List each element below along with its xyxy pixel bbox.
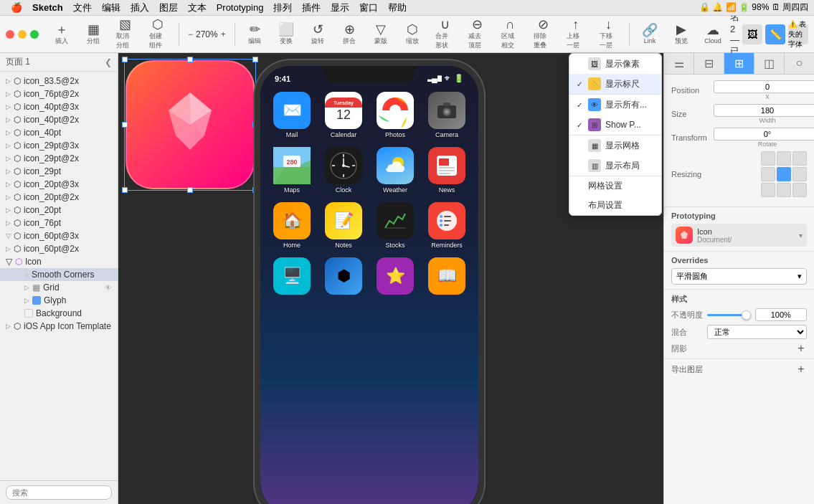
resizing-cell-tr[interactable] bbox=[792, 151, 807, 166]
opacity-slider[interactable] bbox=[707, 314, 751, 316]
sidebar-item-icon40-3[interactable]: ▷ ⬡ icon_40pt@3x bbox=[0, 100, 118, 113]
sidebar-item-icon60-3[interactable]: ▽ ⬡ icon_60pt@3x bbox=[0, 229, 118, 242]
union-button[interactable]: ∪ 合并形状 bbox=[430, 16, 460, 52]
app-reminders[interactable]: Reminders bbox=[424, 202, 470, 249]
app-clock[interactable]: Clock bbox=[321, 147, 366, 194]
menu-file[interactable]: 文件 bbox=[68, 1, 97, 14]
app-books[interactable]: 📖 bbox=[424, 257, 470, 297]
preview-button[interactable]: ▶ 预览 bbox=[667, 22, 696, 47]
cloud-button[interactable]: ☁ Cloud bbox=[699, 22, 727, 46]
opacity-value-input[interactable] bbox=[755, 308, 808, 321]
app-maps[interactable]: 280 Maps bbox=[269, 147, 315, 194]
add-shadow-button[interactable]: + bbox=[795, 343, 807, 354]
menu-text[interactable]: 文本 bbox=[183, 1, 212, 14]
move-up-button[interactable]: ↑ 上移一层 bbox=[561, 16, 591, 52]
app-stocks[interactable]: Stocks bbox=[372, 202, 418, 249]
app-store[interactable]: ⬢ bbox=[321, 257, 366, 297]
group-button[interactable]: ▦ 分组 bbox=[79, 22, 108, 47]
tab-spacing[interactable]: ⊟ bbox=[694, 53, 724, 74]
sidebar-item-icon29[interactable]: ▷ ⬡ icon_29pt bbox=[0, 165, 118, 178]
resizing-cell-bl[interactable] bbox=[761, 183, 775, 197]
ungroup-button[interactable]: ▧ 取消分组 bbox=[110, 16, 141, 52]
sidebar-item-icon76pt[interactable]: ▷ ⬡ icon_76pt bbox=[0, 217, 118, 229]
mask-button[interactable]: ▽ 蒙版 bbox=[366, 22, 395, 47]
sidebar-item-ios-template[interactable]: ▷ ⬡ iOS App Icon Template bbox=[0, 320, 118, 333]
app-menu-sketch[interactable]: Sketch bbox=[27, 2, 68, 13]
sidebar-item-icon20-2[interactable]: ▷ ⬡ icon_20pt@2x bbox=[0, 191, 118, 204]
app-news[interactable]: News bbox=[424, 147, 470, 194]
width-input[interactable] bbox=[714, 104, 814, 117]
resizing-cell-mc[interactable] bbox=[777, 167, 791, 181]
blend-dropdown[interactable]: 正常 bbox=[707, 325, 807, 339]
sidebar-item-icon20-3[interactable]: ▷ ⬡ icon_20pt@3x bbox=[0, 178, 118, 191]
dropdown-item-show-p[interactable]: ✓ ⊞ Show P... bbox=[569, 115, 661, 135]
zoom-value[interactable]: 270% bbox=[196, 29, 218, 39]
large-app-icon[interactable] bbox=[126, 60, 255, 189]
maximize-button[interactable] bbox=[30, 30, 39, 39]
move-down-button[interactable]: ↓ 下移一层 bbox=[594, 16, 624, 52]
scale-button[interactable]: ⬡ 缩放 bbox=[398, 22, 427, 47]
rotate-input[interactable] bbox=[714, 128, 814, 141]
position-x-input[interactable] bbox=[714, 80, 814, 93]
sidebar-item-glyph[interactable]: ▷ Glyph bbox=[0, 294, 118, 307]
menu-insert[interactable]: 插入 bbox=[126, 1, 154, 14]
menu-edit[interactable]: 编辑 bbox=[97, 1, 126, 14]
sidebar-item-smooth-corners[interactable]: ○ Smooth Corners bbox=[0, 268, 118, 281]
resizing-cell-tl[interactable] bbox=[761, 151, 775, 166]
sidebar-item-icon20[interactable]: ▷ ⬡ icon_20pt bbox=[0, 204, 118, 217]
app-starred[interactable]: ⭐ bbox=[372, 257, 418, 297]
app-weather[interactable]: Weather bbox=[372, 147, 418, 194]
prototyping-item[interactable]: Icon Document/ ▾ bbox=[671, 224, 807, 247]
dropdown-item-show-all[interactable]: ✓ 👁 显示所有... bbox=[569, 95, 661, 115]
search-input[interactable] bbox=[6, 485, 112, 500]
dropdown-item-grid[interactable]: ▦ 显示网格 bbox=[569, 135, 661, 156]
sidebar-item-icon60-2[interactable]: ▷ ⬡ icon_60pt@2x bbox=[0, 242, 118, 255]
dropdown-item-grid-settings[interactable]: 网格设置 bbox=[569, 176, 661, 196]
right-panel-toggle-active[interactable]: 📏 bbox=[765, 24, 785, 44]
dropdown-item-layout[interactable]: ▥ 显示布局 bbox=[569, 156, 661, 176]
dropdown-item-pixel[interactable]: 🖼 显示像素 bbox=[569, 54, 661, 74]
opacity-thumb[interactable] bbox=[742, 310, 751, 320]
visibility-icon[interactable]: 👁 bbox=[105, 284, 112, 292]
sidebar-item-icon76[interactable]: ▷ ⬡ icon_76pt@2x bbox=[0, 87, 118, 100]
apple-menu[interactable]: 🍎 bbox=[6, 2, 27, 13]
right-panel-toggle-img[interactable]: 🖼 bbox=[742, 24, 762, 44]
app-photos[interactable]: Photos bbox=[372, 92, 418, 138]
app-tv[interactable]: 🖥️ bbox=[269, 257, 315, 297]
menu-prototyping[interactable]: Prototyping bbox=[212, 2, 269, 13]
sidebar-item-icon-group[interactable]: ▽ ⬡ Icon bbox=[0, 255, 118, 268]
flatten-button[interactable]: ⊕ 拼合 bbox=[335, 22, 364, 47]
subtract-button[interactable]: ⊖ 减去顶层 bbox=[463, 16, 493, 52]
app-notes[interactable]: 📝 Notes bbox=[321, 202, 366, 249]
sidebar-collapse-icon[interactable]: ❮ bbox=[105, 57, 112, 67]
app-camera[interactable]: Camera bbox=[424, 92, 470, 138]
resize-handle-tl[interactable] bbox=[122, 57, 128, 62]
add-export-button[interactable]: + bbox=[795, 363, 807, 375]
sidebar-item-icon29-3[interactable]: ▷ ⬡ icon_29pt@3x bbox=[0, 139, 118, 152]
menu-help[interactable]: 帮助 bbox=[383, 1, 412, 14]
app-mail[interactable]: ✉️ Mail bbox=[269, 92, 315, 138]
menu-display[interactable]: 显示 bbox=[326, 1, 354, 14]
link-button[interactable]: 🔗 Link bbox=[635, 22, 664, 46]
minimize-button[interactable] bbox=[18, 30, 27, 39]
tab-component[interactable]: ◫ bbox=[754, 53, 785, 74]
smooth-corners-dropdown[interactable]: 平滑圆角 ▾ bbox=[671, 268, 807, 285]
sidebar-item-icon83[interactable]: ▷ ⬡ icon_83.5@2x bbox=[0, 75, 118, 87]
sidebar-item-grid[interactable]: ▷ ▦ Grid 👁 bbox=[0, 281, 118, 294]
sidebar-item-background[interactable]: Background bbox=[0, 307, 118, 320]
tab-prototype[interactable]: ○ bbox=[785, 53, 814, 74]
intersect-button[interactable]: ∩ 区域相交 bbox=[496, 16, 526, 52]
resizing-cell-tc[interactable] bbox=[777, 151, 791, 166]
transform-button[interactable]: ⬜ 变换 bbox=[272, 22, 300, 47]
menu-layer[interactable]: 图层 bbox=[154, 1, 183, 14]
resizing-cell-br[interactable] bbox=[792, 183, 807, 197]
sidebar-item-icon29-2[interactable]: ▷ ⬡ icon_29pt@2x bbox=[0, 152, 118, 165]
resizing-cell-mr[interactable] bbox=[792, 167, 807, 181]
menu-window[interactable]: 窗口 bbox=[354, 1, 383, 14]
resize-handle-tr[interactable] bbox=[252, 57, 258, 62]
menu-arrange[interactable]: 排列 bbox=[268, 1, 297, 14]
sidebar-item-icon40[interactable]: ▷ ⬡ icon_40pt bbox=[0, 126, 118, 139]
create-component-button[interactable]: ⬡ 创建组件 bbox=[143, 16, 174, 52]
sidebar-item-icon40-2[interactable]: ▷ ⬡ icon_40pt@2x bbox=[0, 113, 118, 126]
close-button[interactable] bbox=[6, 30, 14, 39]
